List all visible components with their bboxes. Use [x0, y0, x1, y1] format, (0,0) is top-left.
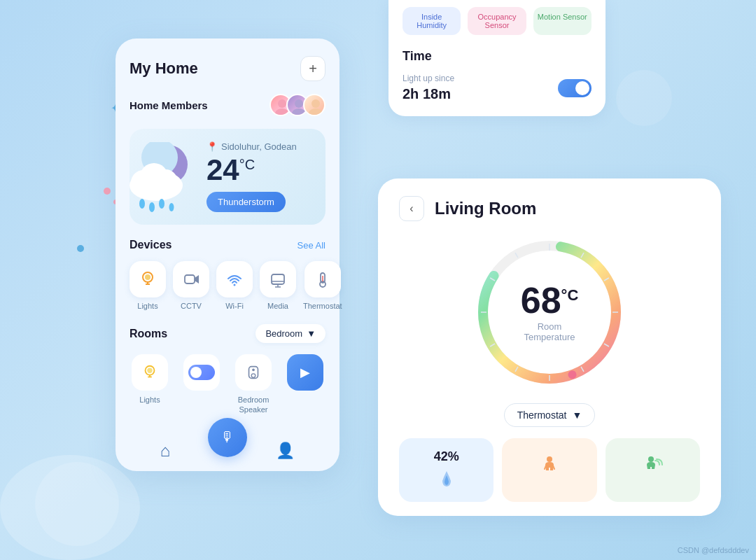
thermostat-dropdown[interactable]: Thermostat ▼ [504, 403, 596, 427]
devices-section-header: Devices See All [130, 239, 326, 251]
svg-point-11 [140, 163, 168, 191]
weather-card: 📍 Sidoluhur, Godean 24°C Thunderstorm [130, 129, 326, 225]
svg-point-4 [312, 99, 320, 108]
weather-info: 📍 Sidoluhur, Godean 24°C Thunderstorm [206, 141, 313, 212]
pill-occupancy-sensor: Occupancy Sensor [468, 7, 526, 35]
humidity-value: 42% [434, 449, 459, 464]
speaker-label: Bedroom Speaker [233, 395, 274, 415]
temperature-display: 24°C [206, 155, 313, 185]
rooms-section-header: Rooms Bedroom ▼ [130, 324, 326, 343]
svg-marker-21 [195, 275, 199, 284]
room-lights-icon-box [132, 354, 168, 391]
gauge-temperature: 68°C [511, 282, 588, 318]
living-room-title: Living Room [435, 199, 536, 218]
media-icon-box [260, 261, 296, 298]
deco-dot-1 [77, 245, 84, 252]
home-nav-icon[interactable]: ⌂ [160, 441, 171, 461]
chevron-down-icon: ▼ [307, 328, 316, 339]
thermostat-arrow-icon: ▼ [572, 410, 582, 421]
svg-point-13 [149, 202, 155, 212]
pink-dot-1 [104, 188, 111, 195]
member-avatars [270, 94, 326, 116]
time-toggle[interactable] [558, 79, 592, 97]
devices-title: Devices [130, 239, 172, 251]
svg-point-55 [648, 456, 654, 462]
svg-point-35 [251, 374, 255, 378]
toggle-thumb [190, 367, 202, 378]
svg-point-14 [159, 199, 164, 209]
home-members-label: Home Members [130, 99, 208, 111]
devices-row: Lights CCTV Wi-Fi Media Thermostat [130, 261, 326, 310]
svg-point-2 [295, 99, 303, 108]
weather-condition: Thunderstorm [206, 192, 286, 212]
home-members-row: Home Members [130, 94, 326, 116]
mic-button[interactable]: 🎙 [208, 418, 247, 457]
time-section-title: Time [402, 49, 592, 64]
svg-point-52 [547, 456, 552, 462]
weather-location: 📍 Sidoluhur, Godean [206, 141, 313, 152]
rooms-title: Rooms [130, 328, 167, 340]
profile-nav-icon[interactable]: 👤 [276, 442, 295, 460]
see-all-button[interactable]: See All [298, 240, 326, 251]
room-lights[interactable]: Lights [130, 354, 170, 415]
room-play[interactable]: ▶ [285, 354, 326, 415]
device-lights[interactable]: Lights [130, 261, 166, 310]
add-button[interactable]: + [300, 56, 326, 81]
svg-point-22 [234, 284, 236, 286]
weather-icon [130, 142, 206, 212]
lights-toggle[interactable] [188, 365, 215, 380]
room-lights-label: Lights [139, 395, 160, 405]
toggle-on-thumb [575, 81, 589, 95]
gauge-center: 68°C Room Temperature [511, 282, 588, 342]
device-wifi[interactable]: Wi-Fi [216, 261, 253, 310]
room-toggle-box[interactable] [183, 354, 220, 391]
svg-point-12 [139, 199, 145, 209]
wifi-icon-box [216, 261, 253, 298]
device-label-cctv: CCTV [181, 302, 202, 310]
deco-blob [0, 455, 140, 560]
phone-card: My Home + Home Members [115, 38, 340, 471]
device-label-thermostat: Thermostat [303, 302, 342, 310]
time-sublabel: Light up since [402, 74, 454, 83]
lights-icon-box [130, 261, 166, 298]
thermostat-row: Thermostat ▼ [399, 403, 700, 427]
avatar-3 [303, 94, 326, 116]
svg-point-36 [252, 368, 255, 371]
svg-point-0 [278, 99, 286, 108]
svg-point-5 [309, 108, 323, 116]
sensor-pills: Inside Humidity Occupancy Sensor Motion … [402, 7, 592, 35]
play-icon-box: ▶ [287, 354, 323, 391]
svg-point-15 [169, 203, 174, 211]
room-toggle[interactable] [181, 354, 222, 415]
device-label-media: Media [267, 302, 288, 310]
living-room-card: ‹ Living Room [378, 178, 721, 516]
gauge-wrapper: 68°C Room Temperature [472, 235, 626, 389]
device-media[interactable]: Media [260, 261, 296, 310]
device-thermostat[interactable]: Thermostat [303, 261, 342, 310]
location-pin-icon: 📍 [206, 141, 218, 152]
svg-point-33 [147, 368, 152, 373]
room-speaker[interactable]: Bedroom Speaker [233, 354, 274, 415]
thermostat-icon-box [304, 261, 341, 298]
rooms-dropdown[interactable]: Bedroom ▼ [255, 324, 326, 343]
watermark: CSDN @defdsdddev [678, 546, 749, 554]
time-left: Light up since 2h 18m [402, 74, 454, 102]
device-cctv[interactable]: CCTV [173, 261, 209, 310]
sensor-card-humidity: 42% [399, 438, 493, 502]
living-room-header: ‹ Living Room [399, 196, 700, 221]
page-title: My Home [130, 59, 198, 78]
sensor-card-motion [606, 438, 700, 502]
rooms-grid: Lights Bedroom Speaker ▶ [130, 354, 326, 415]
sensor-card-person [502, 438, 596, 502]
pill-inside-humidity: Inside Humidity [402, 7, 461, 35]
speaker-icon-box [235, 354, 272, 391]
mic-icon: 🎙 [220, 429, 234, 445]
sensor-cards-row: 42% [399, 438, 700, 502]
svg-rect-20 [185, 275, 195, 284]
phone-header: My Home + [130, 56, 326, 81]
device-label-lights: Lights [137, 302, 158, 310]
deco-circle-2 [616, 70, 672, 126]
back-button[interactable]: ‹ [399, 196, 424, 221]
gauge-label: Room Temperature [511, 321, 588, 342]
time-row: Light up since 2h 18m [402, 74, 592, 102]
